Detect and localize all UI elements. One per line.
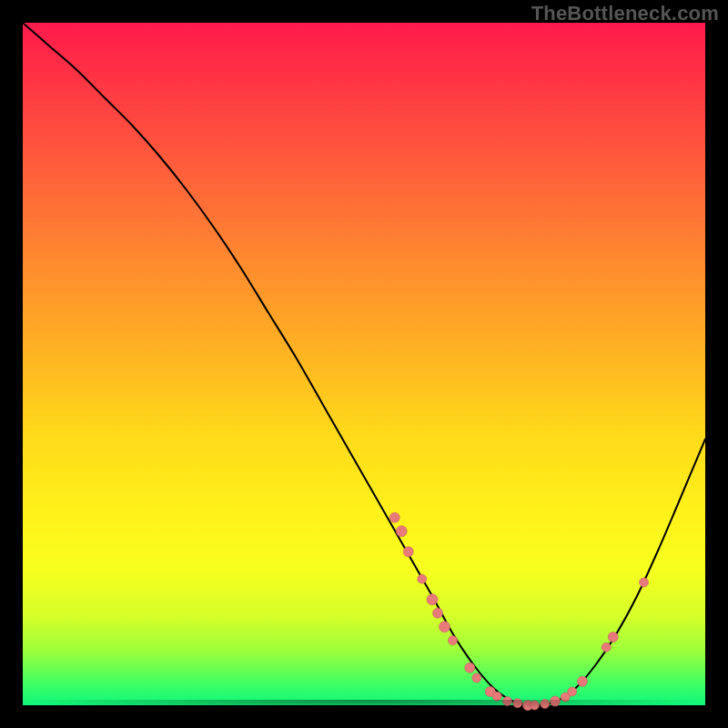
bottleneck-curve [23, 23, 705, 705]
data-marker [551, 696, 561, 706]
data-marker [472, 673, 481, 682]
data-marker [418, 574, 427, 583]
data-marker [602, 642, 611, 652]
data-marker [427, 594, 438, 605]
data-marker [389, 512, 399, 522]
data-marker [465, 662, 475, 672]
data-marker [578, 676, 588, 686]
data-marker [492, 692, 501, 701]
data-marker [440, 622, 450, 632]
data-marker [513, 699, 522, 708]
data-marker [541, 700, 550, 709]
plot-svg [23, 23, 705, 705]
data-marker [396, 526, 407, 537]
data-marker [403, 547, 413, 557]
plot-area [23, 23, 705, 705]
data-marker [568, 687, 577, 696]
data-marker [531, 701, 540, 710]
data-marker [608, 632, 618, 642]
data-marker [640, 578, 649, 587]
data-marker [449, 636, 458, 645]
chart-frame: TheBottleneck.com [0, 0, 728, 728]
data-marker [433, 608, 443, 618]
data-marker [503, 697, 512, 706]
